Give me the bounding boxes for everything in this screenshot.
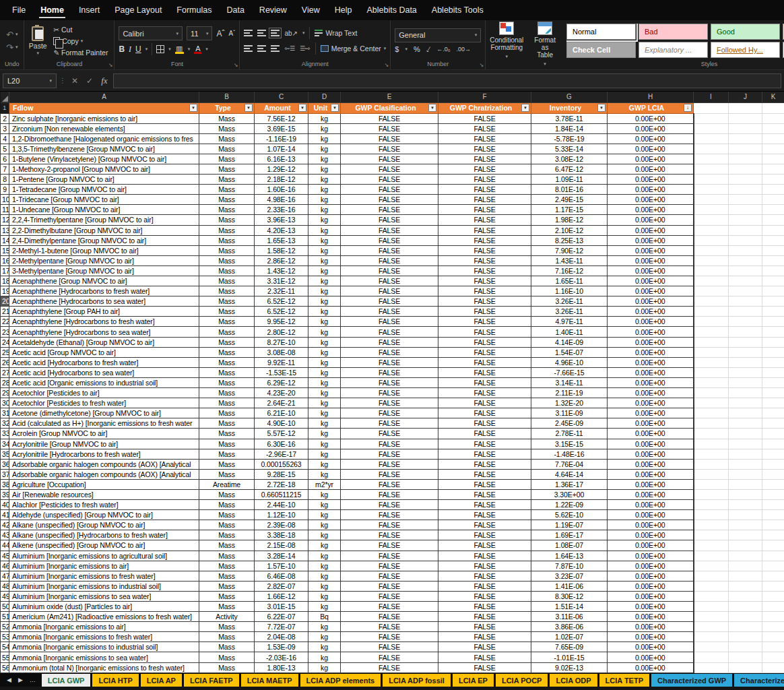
row-header-42[interactable]: 42 <box>1 520 9 530</box>
cell[interactable]: FALSE <box>341 652 438 662</box>
cell[interactable]: 0.00E+00 <box>608 622 694 632</box>
cell[interactable]: kg <box>308 195 341 205</box>
cell[interactable]: 3.26E-11 <box>531 307 608 317</box>
cell[interactable]: 1.02E-07 <box>531 632 608 642</box>
row-header-38[interactable]: 38 <box>1 479 9 489</box>
cell-J34[interactable] <box>729 439 762 449</box>
cell[interactable]: 0.00E+00 <box>608 327 694 337</box>
cell-I1[interactable] <box>694 102 729 113</box>
cell-K54[interactable] <box>762 642 784 652</box>
menu-tab-ablebits-data[interactable]: Ablebits Data <box>360 0 423 20</box>
cell[interactable]: 2.04E-08 <box>255 632 308 642</box>
cell[interactable]: Mass <box>199 561 255 571</box>
menu-tab-review[interactable]: Review <box>253 0 294 20</box>
cell-J9[interactable] <box>729 185 762 195</box>
cell[interactable]: -2.03E-16 <box>255 652 308 662</box>
enter-icon[interactable]: ✓ <box>84 76 96 86</box>
cell[interactable]: FALSE <box>341 520 438 530</box>
cell-I50[interactable] <box>694 602 729 612</box>
cell[interactable]: FALSE <box>438 347 531 357</box>
cell-I19[interactable] <box>694 286 729 296</box>
cell[interactable]: 0.00E+00 <box>608 123 694 133</box>
cell[interactable]: 2.39E-08 <box>255 520 308 530</box>
align-left-button[interactable] <box>244 45 253 52</box>
cell[interactable]: Mass <box>199 286 255 296</box>
cell[interactable]: kg <box>308 225 341 235</box>
cell-I36[interactable] <box>694 459 729 469</box>
cell-I44[interactable] <box>694 540 729 551</box>
cell[interactable]: Mass <box>199 327 255 337</box>
cell-I39[interactable] <box>694 489 729 499</box>
cell[interactable]: kg <box>308 500 341 510</box>
cell[interactable]: 0.00E+00 <box>608 632 694 642</box>
cell[interactable]: 0.00E+00 <box>608 551 694 561</box>
row-header-54[interactable]: 54 <box>1 642 9 652</box>
cell-K10[interactable] <box>762 195 784 205</box>
cell[interactable]: FALSE <box>341 307 438 317</box>
cell-I55[interactable] <box>694 652 729 662</box>
cell[interactable]: kg <box>308 520 341 530</box>
cell-K46[interactable] <box>762 561 784 571</box>
cell-I42[interactable] <box>694 520 729 530</box>
cell-K25[interactable] <box>762 347 784 357</box>
cell[interactable]: 8.27E-10 <box>255 337 308 347</box>
row-header-3[interactable]: 3 <box>1 123 9 133</box>
menu-tab-file[interactable]: File <box>5 0 32 20</box>
cell[interactable]: 1.66E-12 <box>255 591 308 601</box>
cell-J8[interactable] <box>729 175 762 185</box>
row-header-45[interactable]: 45 <box>1 551 9 561</box>
sheet-tab-lcia-adp-fossil[interactable]: LCIA ADP fossil <box>383 674 451 687</box>
cell[interactable]: 3.08E-08 <box>255 347 308 357</box>
cell[interactable]: Mass <box>199 367 255 377</box>
cell-J23[interactable] <box>729 327 762 337</box>
row-header-55[interactable]: 55 <box>1 652 9 662</box>
undo-button[interactable]: ↶▾ <box>4 30 20 40</box>
cell[interactable]: Mass <box>199 307 255 317</box>
cell-J7[interactable] <box>729 164 762 174</box>
cell[interactable]: 2-Methylpentane [Group NMVOC to air] <box>9 255 199 265</box>
cell[interactable]: FALSE <box>438 632 531 642</box>
cell[interactable]: 1.16E-10 <box>531 286 608 296</box>
cell[interactable]: FALSE <box>438 245 531 255</box>
filter-button[interactable]: ▼ <box>331 104 339 112</box>
cell[interactable]: 2,4-Dimethylpentane [Group NMVOC to air] <box>9 235 199 245</box>
cell[interactable]: 1.07E-14 <box>255 144 308 154</box>
tabs-scroll-left-icon[interactable]: ◀ <box>7 677 11 683</box>
cell-I22[interactable] <box>694 317 729 327</box>
cell-I20[interactable] <box>694 296 729 307</box>
cell[interactable]: 1.12E-10 <box>255 510 308 520</box>
cell[interactable]: Alachlor [Pesticides to fresh water] <box>9 500 199 510</box>
cell[interactable]: FALSE <box>438 439 531 449</box>
cell[interactable]: Mass <box>199 245 255 255</box>
cell[interactable]: FALSE <box>438 398 531 408</box>
cell-K43[interactable] <box>762 530 784 540</box>
row-header-13[interactable]: 13 <box>1 225 9 235</box>
style-chip-followed-hy-[interactable]: Followed Hy... <box>711 42 780 58</box>
cell[interactable]: kg <box>308 337 341 347</box>
cell[interactable]: 0.00E+00 <box>608 459 694 469</box>
cell[interactable]: kg <box>308 185 341 195</box>
align-right-button[interactable] <box>271 45 280 52</box>
cell[interactable]: kg <box>308 398 341 408</box>
cell[interactable]: FALSE <box>438 479 531 489</box>
cell[interactable]: FALSE <box>341 459 438 469</box>
cell[interactable]: 0.00E+00 <box>608 500 694 510</box>
row-header-53[interactable]: 53 <box>1 632 9 642</box>
cell-K15[interactable] <box>762 245 784 255</box>
cell[interactable]: kg <box>308 602 341 612</box>
cell-J13[interactable] <box>729 225 762 235</box>
cell-I18[interactable] <box>694 276 729 286</box>
cell[interactable]: FALSE <box>438 367 531 377</box>
column-header-C[interactable]: C <box>255 92 308 102</box>
cell[interactable]: FALSE <box>341 337 438 347</box>
cell[interactable]: 3.38E-18 <box>255 530 308 540</box>
dialog-launcher-icon[interactable]: ↘ <box>108 63 113 68</box>
dialog-launcher-icon[interactable]: ↘ <box>480 63 484 68</box>
style-chip-normal[interactable]: Normal <box>566 24 636 40</box>
sheet-tab-lcia-htp[interactable]: LCIA HTP <box>92 674 138 687</box>
cell[interactable]: FALSE <box>341 347 438 357</box>
cell[interactable]: Mass <box>199 602 255 612</box>
cell-I27[interactable] <box>694 367 729 377</box>
row-header-49[interactable]: 49 <box>1 591 9 601</box>
cell[interactable]: FALSE <box>438 185 531 195</box>
